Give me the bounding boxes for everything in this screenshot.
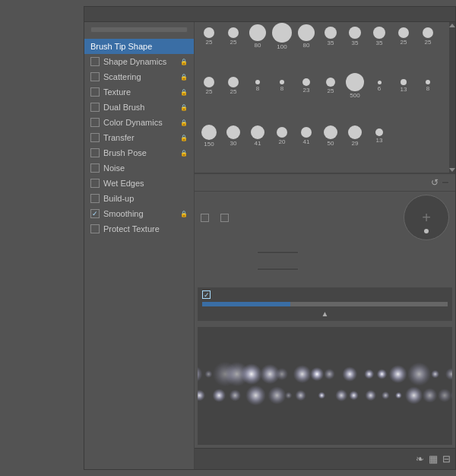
brush-item[interactable]: 35 [344,25,366,48]
brush-circle [298,24,315,41]
sidebar-checkbox[interactable] [90,148,100,157]
sidebar-items-container: Brush Tip ShapeShape Dynamics🔒Scattering… [84,39,194,236]
brush-presets-grid-icon[interactable]: ▦ [429,453,438,465]
brush-item[interactable]: 13 [368,125,391,148]
brush-circle [325,27,337,39]
brush-item[interactable]: 80 [246,25,269,48]
lock-icon: 🔒 [180,211,188,217]
sidebar-checkbox[interactable] [90,72,100,81]
brush-item[interactable]: 25 [392,25,415,48]
sidebar-item-label: Wet Edges [103,179,144,188]
brush-circle [378,81,382,84]
brush-circle [426,80,430,84]
sidebar-item-label: Smoothing [103,209,144,218]
flip-x-checkbox[interactable] [201,214,209,222]
sidebar-item-label: Transfer [103,133,135,142]
brush-item[interactable]: 25 [319,75,342,97]
flip-y-checkbox[interactable] [220,214,229,222]
brush-item[interactable]: 25 [198,75,220,97]
brush-item[interactable]: 50 [319,125,342,148]
brush-item[interactable]: 25 [222,75,245,97]
brush-item[interactable]: 20 [271,125,293,148]
brush-item[interactable]: 41 [295,125,318,148]
brush-size-label: 41 [255,140,261,147]
sidebar-checkbox[interactable] [90,133,100,142]
sidebar-checkbox[interactable]: ✓ [90,209,100,218]
sidebar-checkbox[interactable] [90,87,100,97]
size-reset-icon[interactable]: ↺ [431,177,439,188]
sidebar-item-brush-tip-shape[interactable]: Brush Tip Shape [84,39,194,54]
brush-circle [251,125,264,139]
sidebar-item-label: Color Dynamics [103,118,163,127]
delete-brush-icon[interactable]: ⊟ [442,453,451,465]
sidebar-checkbox[interactable] [90,57,100,66]
brush-size-label: 20 [279,138,286,145]
brush-item[interactable]: 100 [271,25,293,48]
sidebar-item-color-dynamics[interactable]: Color Dynamics🔒 [84,115,194,130]
sidebar-item-scattering[interactable]: Scattering🔒 [84,69,194,84]
brush-item[interactable]: 13 [392,75,415,97]
brush-item[interactable]: 80 [295,25,318,48]
brush-size-label: 50 [328,140,334,147]
brush-circle [324,125,337,139]
brush-presets-button[interactable] [90,27,188,33]
create-brush-icon[interactable]: ❧ [416,453,424,465]
brush-item[interactable]: 30 [222,125,245,148]
brush-circle [255,80,260,84]
brush-circle [301,127,312,138]
sidebar-item-smoothing[interactable]: ✓Smoothing🔒 [84,206,194,221]
sidebar-item-transfer[interactable]: Transfer🔒 [84,130,194,145]
sidebar-item-brush-pose[interactable]: Brush Pose🔒 [84,145,194,160]
brush-grid-scrollbar[interactable] [449,22,455,173]
spacing-slider-track[interactable] [202,302,448,306]
brush-size-label: 25 [328,87,334,94]
sidebar-item-shape-dynamics[interactable]: Shape Dynamics🔒 [84,54,194,69]
brush-item[interactable]: 6 [368,75,391,97]
brush-grid[interactable]: 2525801008035353525252525882325500613815… [195,22,449,173]
brush-item[interactable]: 150 [198,125,220,148]
sidebar-item-texture[interactable]: Texture🔒 [84,84,194,100]
sidebar-item-noise[interactable]: Noise [84,160,194,176]
spacing-checkbox[interactable]: ✓ [202,290,211,299]
brush-preview-canvas [198,356,452,417]
brush-circle [346,73,364,91]
sidebar-item-wet-edges[interactable]: Wet Edges [84,176,194,191]
sidebar-checkbox[interactable] [90,103,100,112]
brush-item[interactable]: 8 [271,75,293,97]
roundness-value[interactable] [257,268,299,271]
brush-item[interactable]: 41 [246,125,269,148]
lock-icon: 🔒 [180,150,188,157]
brush-circle [423,27,433,38]
sidebar-item-protect-texture[interactable]: Protect Texture [84,221,194,236]
sidebar-item-dual-brush[interactable]: Dual Brush🔒 [84,100,194,115]
brush-item[interactable]: 23 [295,75,318,97]
sidebar-checkbox[interactable] [90,194,100,203]
brush-size-label: 8 [256,85,259,92]
scroll-down-button[interactable] [449,168,455,172]
angle-wheel[interactable] [404,195,449,240]
brush-item[interactable]: 25 [222,25,245,48]
brush-size-label: 80 [303,42,310,49]
sidebar-item-build-up[interactable]: Build-up [84,191,194,206]
brush-panel: Brush Tip ShapeShape Dynamics🔒Scattering… [84,6,456,470]
brush-item[interactable]: 35 [319,25,342,48]
sidebar-checkbox[interactable] [90,179,100,188]
brush-item[interactable]: 500 [344,75,366,97]
brush-item[interactable]: 8 [246,75,269,97]
sidebar-item-label: Scattering [103,72,141,81]
brush-item[interactable]: 8 [416,75,439,97]
brush-item[interactable]: 25 [416,25,439,48]
sidebar-checkbox[interactable] [90,224,100,233]
lock-icon: 🔒 [180,119,188,126]
sidebar-checkbox[interactable] [90,163,100,173]
brush-size-label: 13 [401,86,407,93]
brush-size-label: 80 [255,42,261,49]
brush-item[interactable]: 35 [368,25,391,48]
brush-item[interactable]: 29 [344,125,366,148]
brush-item[interactable]: 25 [198,25,220,48]
scroll-up-button[interactable] [449,24,455,27]
sidebar-checkbox[interactable] [90,118,100,127]
angle-value[interactable] [257,251,299,254]
size-value[interactable] [442,181,449,184]
brush-size-label: 13 [376,137,383,144]
